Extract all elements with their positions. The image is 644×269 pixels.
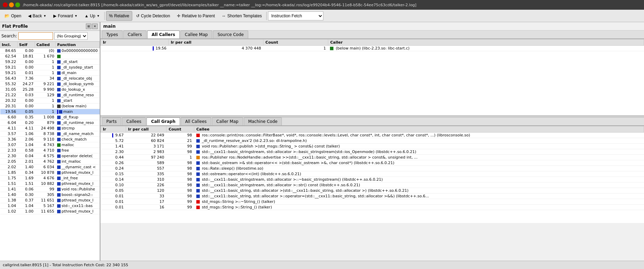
table-row[interactable]: 1.04 1.04 5 167 std::_cxx11::bas — [0, 203, 100, 209]
window-controls[interactable] — [3, 2, 20, 7]
color-indicator — [196, 172, 200, 176]
table-row[interactable]: 3.57 1.06 8 738 _dl_name_match — [0, 131, 100, 137]
table-row[interactable]: 3.07 1.04 4 743 malloc — [0, 142, 100, 148]
table-row[interactable]: 1.41 3 171 99 void ros::Publisher::publi… — [101, 144, 644, 149]
col-incl[interactable]: Incl. — [0, 42, 18, 48]
lower-tab-machine-code[interactable]: Machine Code — [244, 117, 282, 125]
callers-col-ir-per-call[interactable]: Ir per call — [169, 39, 263, 46]
callees-col-callee[interactable]: Callee — [194, 126, 644, 133]
table-row[interactable]: 0.26 589 98 std::basic_ostream >& std::o… — [101, 160, 644, 166]
color-indicator — [196, 145, 200, 148]
table-row[interactable]: 55.32 24.27 9 221 _dl_lookup_symb — [0, 81, 100, 87]
function-name: dl_main — [62, 71, 77, 75]
forward-button[interactable]: ▶ Forward ▼ — [50, 11, 81, 21]
table-row[interactable]: 0.01 17 99 std_msgs::String >::~String_(… — [101, 199, 644, 205]
tab-source-code[interactable]: Source Code — [213, 30, 248, 38]
callees-col-ir[interactable]: Ir — [101, 126, 126, 133]
table-row[interactable]: 59.21 0.00 1 _dl_sysdep_start — [0, 65, 100, 70]
color-indicator — [57, 154, 61, 158]
color-indicator — [57, 99, 61, 102]
table-row[interactable]: 19.56 4 370 448 1 (below main) (libc-2.2… — [101, 46, 644, 51]
lower-tab-callees[interactable]: Callees — [122, 117, 146, 125]
minimize-button[interactable] — [9, 2, 14, 7]
lower-tab-caller-map[interactable]: Caller Map — [212, 117, 243, 125]
table-row[interactable]: 62.54 18.81 1 670 — [0, 54, 100, 59]
table-row[interactable]: 1.38 0.37 11 651 pthread_mutex_l — [0, 198, 100, 203]
callees-col-count[interactable]: Count — [166, 126, 194, 133]
table-row[interactable]: 31.05 25.28 9 990 do_lookup_x — [0, 87, 100, 92]
lower-tab-call-graph[interactable]: Call Graph — [146, 117, 180, 125]
table-row[interactable]: 0.14 310 98 std::__cxx11::basic_stringst… — [101, 177, 644, 182]
close-button[interactable] — [3, 2, 8, 7]
table-row[interactable]: 59.21 0.01 1 dl_main — [0, 70, 100, 76]
table-row[interactable]: 1.85 0.34 10 878 pthread_mutex_l — [0, 170, 100, 176]
table-row[interactable]: 0.44 97 240 1 ros::Publisher ros::NodeHa… — [101, 155, 644, 160]
row-self: 0.00 — [18, 59, 35, 65]
callee-name: std::__cxx11::basic_stringstream, std::a… — [194, 182, 644, 188]
table-row[interactable]: 9.67 22 049 98 ros::console::print(ros::… — [101, 133, 644, 138]
maximize-button[interactable] — [15, 2, 20, 7]
tab-all-callers[interactable]: All Callers — [147, 30, 180, 38]
table-row[interactable]: 5.72 60 824 21 _dl_runtime_resolve_avx'2… — [101, 138, 644, 144]
table-row[interactable]: 84.65 0.00 (0) 0x0000000000000 — [0, 48, 100, 54]
table-row[interactable]: 0.24 557 98 ros::Rate::sleep() (librosti… — [101, 166, 644, 171]
table-row[interactable]: 59.22 0.00 1 _dl_start — [0, 59, 100, 65]
table-row[interactable]: 1.40 0.30 305 boost::signals2:: — [0, 192, 100, 198]
table-row[interactable]: 2.30 2 983 98 std::__cxx11::basic_string… — [101, 149, 644, 155]
table-row[interactable]: 1.41 0.06 99 void ros::Publishe — [0, 187, 100, 192]
table-row[interactable]: 2.02 1.40 6 034 __dynamic_cast < — [0, 164, 100, 170]
back-button[interactable]: ◀ Back ▼ — [25, 11, 50, 21]
grouping-select[interactable]: (No Grouping) — [54, 32, 88, 40]
table-row[interactable]: 21.22 0.03 129 _dl_runtime_reso — [0, 92, 100, 98]
tab-types[interactable]: Types — [102, 30, 123, 38]
row-incl: 6.60 — [0, 115, 18, 120]
callers-col-count[interactable]: Count — [263, 39, 328, 46]
col-function[interactable]: Function — [56, 42, 100, 48]
table-row[interactable]: 0.10 226 98 std::__cxx11::basic_stringst… — [101, 182, 644, 188]
function-name: do_lookup_x — [62, 87, 85, 92]
table-row[interactable]: 1.02 1.00 11 655 pthread_mutex_l — [0, 209, 100, 214]
callers-col-caller[interactable]: Caller — [328, 39, 644, 46]
table-row[interactable]: 0.01 33 98 std::__cxx11::basic_string, s… — [101, 194, 644, 199]
event-type-select[interactable]: Instruction Fetch — [268, 11, 323, 20]
table-row[interactable]: 6.04 0.20 879 _dl_runtime_reso — [0, 120, 100, 126]
flat-profile-icons[interactable]: ⊞ ✕ — [86, 24, 98, 29]
table-row[interactable]: 0.05 120 98 std::__cxx11::basic_string, … — [101, 188, 644, 194]
relative-to-parent-button[interactable]: ✛ Relative to Parent — [174, 11, 218, 21]
color-indicator — [196, 178, 200, 181]
fp-icon-1[interactable]: ⊞ — [86, 24, 91, 29]
lower-tab-parts[interactable]: Parts — [102, 117, 121, 125]
up-button[interactable]: ▲ Up ▼ — [81, 11, 103, 21]
table-row[interactable]: 3.36 2.06 9 110 check_match — [0, 137, 100, 142]
search-input[interactable] — [18, 32, 53, 40]
shorten-templates-button[interactable]: ↔ Shorten Templates — [219, 11, 265, 21]
main-function-title: main — [103, 24, 116, 29]
table-row[interactable]: 1.51 1.51 10 882 pthread_mutex_l — [0, 181, 100, 187]
table-row[interactable]: 20.31 0.00 1 (below main) — [0, 104, 100, 109]
cycle-detection-button[interactable]: ↺ Cycle Detection — [133, 11, 173, 21]
color-indicator — [57, 66, 61, 69]
tab-callers[interactable]: Callers — [123, 30, 146, 38]
table-row[interactable]: 1.75 1.69 4 676 _int_free — [0, 176, 100, 181]
col-self[interactable]: Self — [18, 42, 35, 48]
tab-callee-map[interactable]: Callee Map — [180, 30, 212, 38]
fp-icon-2[interactable]: ✕ — [92, 24, 98, 29]
table-row[interactable]: 2.33 0.58 4 710 free — [0, 148, 100, 153]
table-row[interactable]: 0.15 335 98 std::ostream::operator<<(int… — [101, 171, 644, 177]
table-row[interactable]: 19.56 0.05 1 main — [0, 109, 100, 115]
callers-col-ir[interactable]: Ir — [101, 39, 169, 46]
table-row[interactable]: 56.43 7.36 34 _dl_relocate_obj — [0, 76, 100, 81]
callees-col-ir-per-call[interactable]: Ir per call — [126, 126, 166, 133]
col-called[interactable]: Called — [35, 42, 56, 48]
table-row[interactable]: 0.01 16 99 std_msgs::String >::String_()… — [101, 205, 644, 210]
table-row[interactable]: 6.60 0.35 1 008 _dl_fixup — [0, 115, 100, 120]
open-button[interactable]: 📂 Open — [1, 11, 24, 21]
table-row[interactable]: 4.11 4.11 24 498 strcmp — [0, 126, 100, 131]
lower-tab-all-callees[interactable]: All Callees — [181, 117, 211, 125]
forward-chevron-icon: ▼ — [74, 14, 78, 18]
table-row[interactable]: 20.32 0.00 1 _start — [0, 98, 100, 104]
relative-button[interactable]: % Relative — [106, 11, 132, 21]
callee-count: 98 — [166, 177, 194, 182]
table-row[interactable]: 2.05 2.01 4 762 int_malloc — [0, 159, 100, 164]
table-row[interactable]: 2.30 0.04 4 575 operator delete( — [0, 153, 100, 159]
